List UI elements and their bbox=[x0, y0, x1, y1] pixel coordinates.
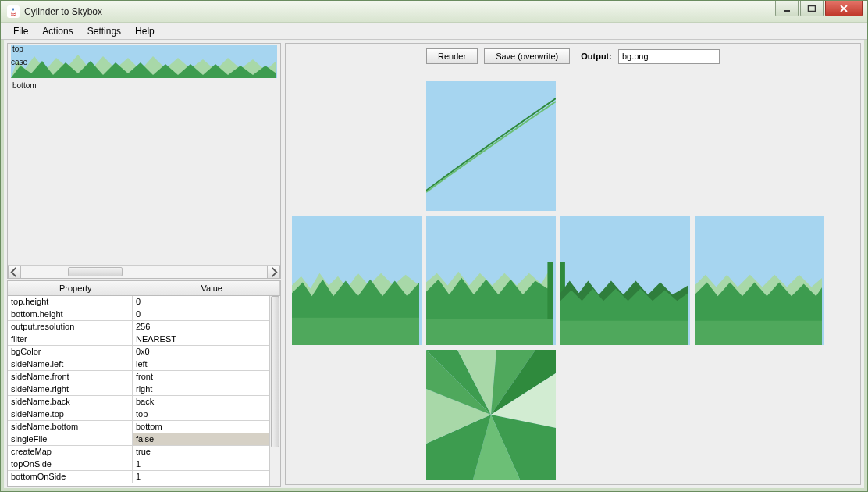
property-table-header: Property Value bbox=[7, 280, 281, 296]
skybox-face-front bbox=[426, 216, 556, 345]
property-row[interactable]: sideName.toptop bbox=[8, 408, 269, 421]
menu-settings[interactable]: Settings bbox=[81, 24, 127, 38]
skybox-face-top bbox=[426, 81, 556, 211]
property-row[interactable]: output.resolution256 bbox=[8, 321, 269, 333]
render-button[interactable]: Render bbox=[426, 48, 478, 64]
property-row[interactable]: sideName.frontfront bbox=[8, 371, 269, 383]
skybox-face-bottom bbox=[426, 350, 556, 480]
property-value[interactable]: 0 bbox=[133, 296, 269, 308]
header-property[interactable]: Property bbox=[8, 281, 144, 295]
preview-label-case: case bbox=[11, 58, 27, 66]
property-vscrollbar[interactable] bbox=[269, 296, 280, 486]
svg-rect-1 bbox=[809, 5, 816, 11]
property-value[interactable]: 256 bbox=[133, 321, 269, 333]
close-button[interactable] bbox=[825, 1, 863, 16]
property-key: sideName.right bbox=[8, 383, 133, 395]
app-window: Cylinder to Skybox File Actions Settings… bbox=[0, 0, 868, 492]
property-row[interactable]: sideName.leftleft bbox=[8, 358, 269, 371]
window-title: Cylinder to Skybox bbox=[24, 6, 102, 17]
property-key: topOnSide bbox=[8, 458, 133, 470]
property-key: sideName.bottom bbox=[8, 421, 133, 433]
output-toolbar: Render Save (overwrite) Output: bbox=[286, 48, 860, 64]
menu-actions[interactable]: Actions bbox=[36, 24, 79, 38]
property-value[interactable]: left bbox=[133, 358, 269, 370]
property-row[interactable]: createMaptrue bbox=[8, 446, 269, 458]
scroll-left-icon[interactable] bbox=[8, 266, 21, 279]
property-key: output.resolution bbox=[8, 321, 133, 333]
property-table: top.height0bottom.height0output.resoluti… bbox=[7, 296, 281, 487]
menu-file[interactable]: File bbox=[7, 24, 34, 38]
property-value[interactable]: 0 bbox=[133, 308, 269, 320]
menubar: File Actions Settings Help bbox=[1, 23, 867, 40]
property-key: sideName.left bbox=[8, 358, 133, 370]
property-key: bottom.height bbox=[8, 308, 133, 320]
property-value[interactable]: front bbox=[133, 371, 269, 383]
svg-rect-17 bbox=[695, 321, 822, 345]
svg-rect-10 bbox=[426, 319, 553, 345]
property-key: bottomOnSide bbox=[8, 471, 133, 483]
scroll-right-icon[interactable] bbox=[267, 266, 280, 279]
cylinder-strip-image bbox=[11, 45, 277, 78]
property-row[interactable]: topOnSide1 bbox=[8, 458, 269, 471]
titlebar[interactable]: Cylinder to Skybox bbox=[1, 1, 867, 23]
output-filename-input[interactable] bbox=[618, 49, 720, 64]
svg-rect-6 bbox=[292, 318, 419, 345]
property-row[interactable]: sideName.backback bbox=[8, 396, 269, 408]
preview-label-top: top bbox=[12, 45, 23, 53]
property-value[interactable]: false bbox=[133, 433, 269, 445]
save-button[interactable]: Save (overwrite) bbox=[484, 48, 570, 64]
property-key: bgColor bbox=[8, 346, 133, 358]
property-key: createMap bbox=[8, 446, 133, 458]
preview-label-bottom: bottom bbox=[12, 81, 37, 90]
skybox-face-right bbox=[560, 216, 690, 345]
header-value[interactable]: Value bbox=[144, 281, 281, 295]
property-value[interactable]: right bbox=[133, 383, 269, 395]
property-value[interactable]: bottom bbox=[133, 421, 269, 433]
menu-help[interactable]: Help bbox=[129, 24, 161, 38]
property-row[interactable]: sideName.bottombottom bbox=[8, 421, 269, 433]
property-value[interactable]: 1 bbox=[133, 458, 269, 470]
property-value[interactable]: back bbox=[133, 396, 269, 408]
property-key: sideName.top bbox=[8, 408, 133, 420]
preview-hscrollbar[interactable] bbox=[8, 265, 280, 278]
cylinder-preview-panel: top case bottom bbox=[7, 43, 281, 279]
svg-rect-0 bbox=[784, 10, 790, 12]
property-row[interactable]: bgColor0x0 bbox=[8, 346, 269, 358]
left-pane: top case bottom Property Value bbox=[5, 41, 283, 487]
skybox-face-back bbox=[695, 216, 824, 345]
property-value[interactable]: true bbox=[133, 446, 269, 458]
property-value[interactable]: top bbox=[133, 408, 269, 420]
svg-rect-14 bbox=[560, 321, 688, 345]
property-key: top.height bbox=[8, 296, 133, 308]
property-value[interactable]: NEAREST bbox=[133, 333, 269, 345]
property-row[interactable]: sideName.rightright bbox=[8, 383, 269, 396]
minimize-button[interactable] bbox=[775, 1, 799, 16]
property-key: sideName.front bbox=[8, 371, 133, 383]
scroll-thumb[interactable] bbox=[68, 267, 123, 276]
property-value[interactable]: 0x0 bbox=[133, 346, 269, 358]
property-row[interactable]: filterNEAREST bbox=[8, 333, 269, 346]
property-row[interactable]: singleFilefalse bbox=[8, 433, 269, 446]
java-icon bbox=[7, 5, 20, 18]
property-row[interactable]: bottomOnSide1 bbox=[8, 471, 269, 483]
property-value[interactable]: 1 bbox=[133, 471, 269, 483]
property-row[interactable]: top.height0 bbox=[8, 296, 269, 308]
skybox-output-panel: Render Save (overwrite) Output: bbox=[285, 43, 861, 485]
property-key: filter bbox=[8, 333, 133, 345]
property-key: singleFile bbox=[8, 433, 133, 445]
output-label: Output: bbox=[581, 52, 612, 61]
skybox-face-left bbox=[292, 216, 422, 345]
property-key: sideName.back bbox=[8, 396, 133, 408]
maximize-button[interactable] bbox=[800, 1, 824, 16]
property-row[interactable]: bottom.height0 bbox=[8, 308, 269, 321]
